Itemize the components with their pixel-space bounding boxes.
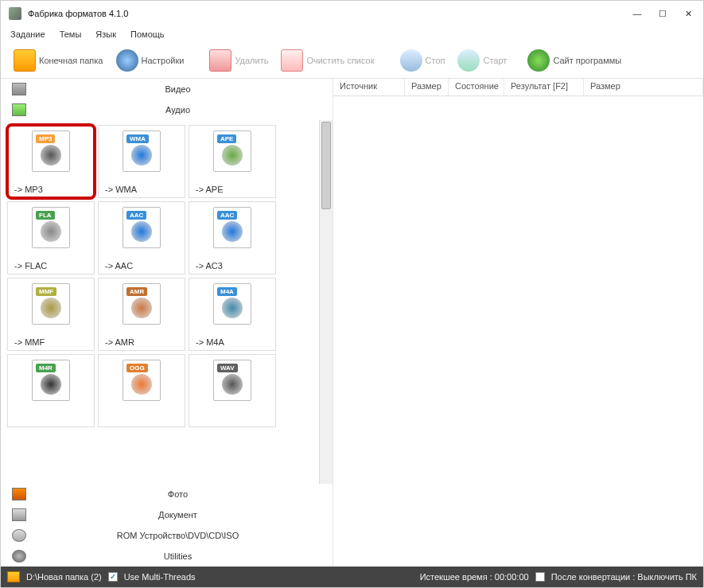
after-checkbox[interactable] — [535, 572, 545, 582]
format-tag: AMR — [126, 287, 147, 296]
toolbar: Конечная папка Настройки Удалить Очистит… — [1, 42, 703, 79]
format-tag: M4A — [217, 287, 237, 296]
folder-icon — [14, 49, 36, 72]
delete-button[interactable]: Удалить — [203, 48, 274, 73]
window-buttons: — ☐ ✕ — [630, 6, 695, 21]
format-label: -> AMR — [102, 337, 134, 347]
category-rom[interactable]: ROM Устройство\DVD\CD\ISO — [1, 525, 333, 546]
format-tile-wma[interactable]: WMA-> WMA — [98, 125, 185, 198]
format-tile-mmf[interactable]: MMF-> MMF — [7, 278, 95, 351]
close-button[interactable]: ✕ — [681, 6, 695, 21]
video-icon — [12, 83, 26, 95]
col-size[interactable]: Размер — [405, 79, 449, 95]
format-tile-ogg[interactable]: OGG — [98, 354, 185, 427]
format-glyph-icon — [41, 298, 61, 318]
threads-checkbox[interactable]: ✓ — [108, 572, 118, 582]
menu-task[interactable]: Задание — [10, 29, 45, 39]
format-glyph-icon — [131, 145, 152, 165]
format-glyph-icon — [41, 221, 61, 242]
gear-icon — [116, 49, 138, 72]
format-glyph-icon — [131, 221, 152, 242]
format-tag: M4R — [36, 364, 56, 372]
category-audio-label: Аудио — [34, 105, 321, 115]
file-icon: AAC — [123, 207, 161, 248]
format-label: -> APE — [193, 185, 224, 194]
category-video-label: Видео — [34, 84, 321, 94]
format-tile-aac[interactable]: AAC-> AC3 — [189, 201, 276, 275]
format-tag: WMA — [126, 134, 149, 143]
category-audio[interactable]: Аудио — [1, 99, 333, 120]
document-icon — [12, 508, 26, 521]
delete-icon — [209, 49, 231, 72]
menu-help[interactable]: Помощь — [130, 29, 165, 39]
format-tag: MP3 — [36, 134, 55, 143]
after-label: После конвертации : Выключить ПК — [551, 572, 697, 582]
category-document[interactable]: Документ — [1, 504, 333, 525]
stop-button[interactable]: Стоп — [394, 48, 452, 73]
settings-label: Настройки — [142, 56, 185, 65]
file-list-empty — [333, 96, 703, 567]
site-button[interactable]: Сайт программы — [521, 48, 628, 73]
file-icon: AMR — [123, 283, 161, 325]
format-glyph-icon — [222, 145, 243, 165]
format-glyph-icon — [222, 298, 243, 318]
right-panel: Источник Размер Состояние Результат [F2]… — [333, 79, 703, 567]
utilities-icon — [12, 550, 26, 563]
format-label: -> MP3 — [11, 185, 43, 194]
output-path[interactable]: D:\Новая папка (2) — [26, 572, 102, 582]
format-tile-amr[interactable]: AMR-> AMR — [98, 278, 185, 351]
globe-icon — [527, 49, 550, 72]
site-label: Сайт программы — [553, 56, 621, 65]
menubar: Задание Темы Язык Помощь — [1, 26, 703, 42]
titlebar: Фабрика форматов 4.1.0 — ☐ ✕ — [1, 1, 703, 26]
format-tile-m4r[interactable]: M4R — [7, 354, 95, 427]
audio-icon — [12, 103, 26, 116]
category-document-label: Документ — [34, 510, 321, 520]
column-headers: Источник Размер Состояние Результат [F2]… — [333, 79, 703, 96]
format-tile-mp3[interactable]: MP3-> MP3 — [7, 125, 95, 198]
threads-label: Use Multi-Threads — [124, 572, 196, 582]
clear-button[interactable]: Очистить список — [274, 48, 380, 73]
status-folder-icon[interactable] — [7, 571, 20, 582]
format-label: -> MMF — [11, 337, 45, 347]
stop-icon — [400, 49, 422, 72]
file-icon: M4R — [32, 360, 70, 401]
menu-theme[interactable]: Темы — [60, 29, 82, 39]
format-tag: OGG — [126, 364, 148, 372]
scrollbar[interactable] — [319, 120, 333, 484]
output-folder-label: Конечная папка — [39, 56, 103, 65]
disc-icon — [12, 529, 26, 542]
format-glyph-icon — [222, 221, 243, 242]
category-photo[interactable]: Фото — [1, 484, 333, 504]
scrollbar-thumb[interactable] — [321, 122, 331, 209]
settings-button[interactable]: Настройки — [110, 48, 191, 73]
format-grid-scroll[interactable]: MP3-> MP3WMA-> WMAAPE-> APEFLA-> FLACAAC… — [1, 120, 319, 484]
file-icon: MMF — [32, 283, 70, 325]
minimize-button[interactable]: — — [630, 6, 644, 21]
start-label: Старт — [483, 56, 507, 65]
col-size2[interactable]: Размер — [584, 79, 703, 95]
window-title: Фабрика форматов 4.1.0 — [28, 9, 630, 18]
category-utilities[interactable]: Utilities — [1, 546, 333, 567]
format-tile-ape[interactable]: APE-> APE — [189, 125, 276, 198]
start-button[interactable]: Старт — [451, 48, 513, 73]
format-tile-m4a[interactable]: M4A-> M4A — [189, 278, 276, 351]
output-folder-button[interactable]: Конечная папка — [7, 48, 110, 73]
category-video[interactable]: Видео — [1, 79, 333, 99]
format-tile-fla[interactable]: FLA-> FLAC — [7, 201, 95, 275]
format-grid-wrap: MP3-> MP3WMA-> WMAAPE-> APEFLA-> FLACAAC… — [1, 120, 333, 484]
maximize-button[interactable]: ☐ — [655, 6, 670, 21]
delete-label: Удалить — [235, 56, 268, 65]
format-tile-wav[interactable]: WAV — [189, 354, 276, 427]
col-state[interactable]: Состояние — [449, 79, 504, 95]
format-glyph-icon — [222, 374, 243, 395]
format-glyph-icon — [131, 298, 152, 318]
col-source[interactable]: Источник — [333, 79, 405, 95]
statusbar: D:\Новая папка (2) ✓ Use Multi-Threads И… — [1, 567, 703, 587]
main-area: Видео Аудио MP3-> MP3WMA-> WMAAPE-> APEF… — [1, 79, 703, 567]
col-result[interactable]: Результат [F2] — [504, 79, 584, 95]
format-tile-aac[interactable]: AAC-> AAC — [98, 201, 185, 275]
menu-lang[interactable]: Язык — [95, 29, 116, 39]
format-grid: MP3-> MP3WMA-> WMAAPE-> APEFLA-> FLACAAC… — [7, 125, 313, 427]
file-icon: MP3 — [32, 130, 70, 172]
